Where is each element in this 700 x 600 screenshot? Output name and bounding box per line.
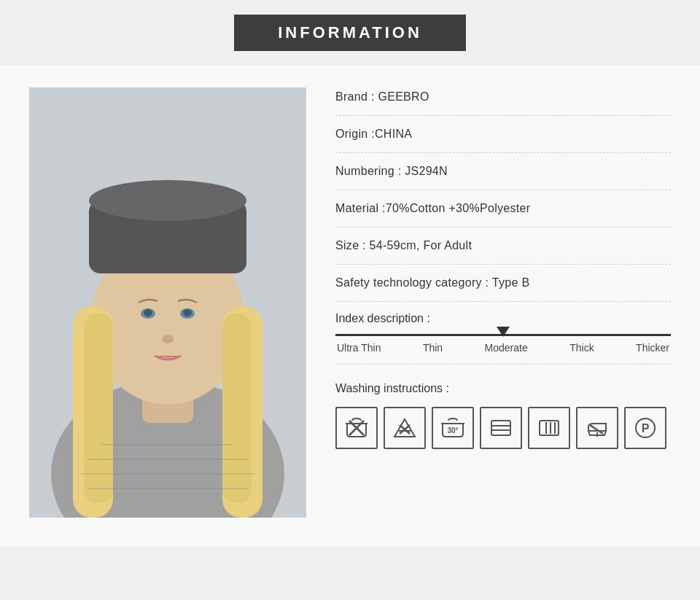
svg-rect-26 (491, 421, 510, 435)
dry-clean-icon: P (624, 407, 666, 449)
brand-row: Brand : GEEBRO (335, 87, 671, 116)
size-row: Size : 54-59cm, For Adult (335, 227, 671, 265)
header-section: INFORMATION (0, 0, 700, 66)
washing-label: Washing instructions : (335, 382, 671, 395)
safety-text: Safety technology category : Type B (335, 276, 529, 289)
svg-point-15 (162, 335, 174, 343)
do-not-bleach-icon (384, 407, 426, 449)
origin-text: Origin :CHINA (335, 128, 412, 140)
origin-row: Origin :CHINA (335, 116, 671, 153)
wash-30-icon: 30° (432, 407, 474, 449)
do-not-wash-icon (335, 407, 378, 449)
svg-rect-33 (596, 432, 598, 437)
washing-icons: 30° (335, 407, 671, 449)
label-ultra-thin: Ultra Thin (337, 342, 381, 354)
numbering-text: Numbering : JS294N (335, 165, 448, 177)
iron-icon (576, 407, 618, 449)
numbering-row: Numbering : JS294N (335, 153, 671, 190)
hang-dry-icon (528, 407, 570, 449)
brand-text: Brand : GEEBRO (335, 90, 429, 103)
washing-section: Washing instructions : (335, 375, 671, 449)
svg-point-14 (183, 309, 192, 316)
svg-point-13 (144, 309, 152, 316)
index-label: Index description : (335, 312, 671, 325)
index-section: Index description : Ultra Thin Thin Mode… (335, 302, 671, 375)
product-image (29, 87, 306, 518)
do-not-tumble-dry-icon (480, 407, 522, 449)
size-text: Size : 54-59cm, For Adult (335, 239, 472, 252)
slider-divider (335, 364, 671, 365)
label-thicker: Thicker (636, 342, 669, 354)
material-text: Material :70%Cotton +30%Polyester (335, 202, 530, 214)
slider-labels: Ultra Thin Thin Moderate Thick Thicker (335, 342, 671, 354)
info-panel: Brand : GEEBRO Origin :CHINA Numbering :… (335, 87, 671, 518)
product-svg (29, 87, 306, 518)
svg-rect-9 (84, 313, 113, 503)
main-content: Brand : GEEBRO Origin :CHINA Numbering :… (0, 66, 700, 547)
safety-row: Safety technology category : Type B (335, 265, 671, 302)
slider-container: Ultra Thin Thin Moderate Thick Thicker (335, 334, 671, 354)
svg-text:P: P (642, 422, 650, 435)
label-thick: Thick (569, 342, 594, 354)
material-row: Material :70%Cotton +30%Polyester (335, 190, 671, 227)
label-thin: Thin (423, 342, 443, 354)
slider-indicator (497, 327, 510, 337)
label-moderate: Moderate (485, 342, 528, 354)
svg-text:30°: 30° (447, 426, 458, 435)
banner-text: INFORMATION (278, 23, 422, 42)
svg-point-6 (89, 180, 246, 221)
slider-track (335, 334, 671, 336)
svg-rect-10 (222, 313, 252, 503)
svg-rect-29 (540, 421, 559, 435)
info-banner: INFORMATION (234, 15, 466, 51)
